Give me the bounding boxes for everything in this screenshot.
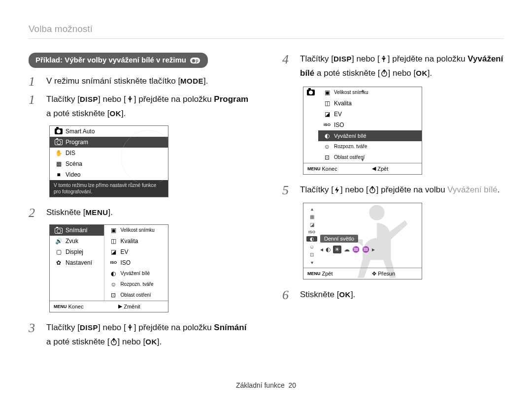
dis-icon: ✋ — [54, 150, 64, 156]
step-number: 4 — [282, 53, 300, 66]
list-item-selected: Snímání — [50, 225, 104, 236]
wb-icon: ◐ — [322, 132, 332, 139]
left-column: Příklad: Výběr volby vyvážení bílé v rež… — [29, 53, 250, 355]
icon-selected: ◐ — [306, 236, 317, 242]
face-icon: ☺ — [108, 281, 118, 288]
menu-icon: MENU — [307, 271, 321, 276]
label: Konec — [322, 166, 337, 172]
caret-up-icon: ▲ — [303, 88, 422, 93]
text: ]. — [108, 208, 113, 217]
lcd-shoot-menu: ▲ ▣Velikost snímku ◫Kvalita ◪EV ISOISO ◐… — [303, 87, 422, 175]
text: ] nebo [ — [118, 337, 146, 346]
caret-down-icon: ▼ — [303, 157, 422, 162]
disp-button-label: DISP — [80, 95, 98, 103]
text: ]. — [351, 290, 355, 299]
step-6: 6 Stiskněte [OK]. — [282, 288, 503, 302]
label: Rozpozn. tváře — [332, 144, 418, 149]
label: Vyvážení bílé — [118, 271, 164, 276]
list-item: ☺Rozpozn. tváře — [318, 141, 422, 152]
step-number: 1 — [29, 75, 46, 88]
text: ] nebo [ — [340, 185, 368, 194]
lcd-main-menu: Snímání 🔊Zvuk ▢Displej ✿Nastavení ▣Velik… — [49, 224, 168, 312]
text: a poté stiskněte [ — [46, 337, 110, 346]
svg-text:◉p: ◉p — [192, 58, 199, 63]
caret-up-icon: ▴ — [306, 206, 317, 212]
disp-button-label: DISP — [333, 55, 352, 63]
list-item: ◪EV — [104, 247, 168, 257]
bar-move: ✥Přesun — [368, 268, 422, 279]
list-item: ▢Displej — [50, 247, 104, 257]
ghost-silhouette — [119, 128, 168, 182]
step-number: 3 — [29, 321, 46, 335]
text: ]. — [203, 76, 208, 86]
settings-icon: ✿ — [54, 259, 64, 266]
label: Zpět — [322, 271, 333, 277]
macro-icon — [126, 94, 134, 107]
ok-button-label: OK — [416, 69, 428, 77]
text: Tlačítky [ — [46, 94, 80, 104]
icon: ⊡ — [306, 252, 317, 257]
list-item: ISOISO — [104, 257, 168, 268]
icon: ◪ — [306, 222, 317, 227]
list-item: ☺Rozpozn. tváře — [104, 279, 168, 290]
video-icon: ■ — [54, 171, 64, 178]
text: ] přejděte na volbu — [376, 185, 448, 194]
text: ] přejděte na položku — [388, 54, 468, 63]
label: Snímání — [64, 227, 100, 234]
label: ISO — [118, 259, 164, 266]
wb-icon: ◐ — [108, 270, 118, 277]
label: Velikost snímku — [118, 227, 164, 233]
quality-icon: ◫ — [322, 100, 332, 107]
text: Stiskněte [ — [300, 290, 339, 299]
list-item: 🔊Zvuk — [50, 236, 104, 247]
text: ] nebo [ — [98, 94, 126, 104]
wb-auto-icon: ◐ — [326, 246, 331, 253]
camera-icon — [54, 227, 64, 234]
breadcrumb: Volba možností — [29, 24, 503, 39]
page-footer: Základní funkce 20 — [0, 381, 532, 389]
text: ] nebo [ — [352, 54, 380, 63]
icon: ▦ — [306, 214, 317, 219]
ev-icon: ◪ — [322, 111, 332, 118]
label: EV — [118, 248, 164, 255]
wb-cloudy-icon: ☁ — [344, 246, 350, 253]
text: Tlačítky [ — [300, 54, 333, 63]
step-number: 5 — [282, 184, 300, 197]
text: ] přejděte na položku — [134, 94, 214, 104]
icon: ☺ — [306, 244, 317, 249]
label: Displej — [64, 248, 100, 255]
timer-icon — [380, 68, 388, 81]
iso-icon: ISO — [108, 260, 118, 265]
face-icon: ☺ — [322, 143, 332, 150]
label: Kvalita — [118, 238, 164, 245]
menu-button-label: MENU — [85, 208, 108, 216]
label: EV — [332, 111, 418, 118]
scene-icon: ▦ — [54, 160, 64, 167]
svg-point-2 — [121, 130, 168, 182]
caret-down-icon: ▾ — [306, 260, 317, 265]
footer-page-number: 20 — [289, 381, 297, 389]
menu-icon: MENU — [54, 304, 67, 309]
menu-icon: MENU — [307, 166, 321, 171]
footer-label: Základní funkce — [236, 381, 285, 389]
label: Změnit — [124, 304, 140, 309]
wb-daylight-icon: ☀ — [333, 246, 341, 253]
label: Konec — [68, 304, 84, 309]
timer-icon — [110, 337, 118, 350]
list-item: ◪EV — [318, 109, 422, 120]
text: ]. — [121, 109, 126, 118]
text: Tlačítky [ — [300, 185, 333, 194]
text: ]. — [157, 337, 162, 346]
text: ] přejděte na položku — [134, 323, 214, 332]
list-item: ◫Kvalita — [318, 98, 422, 109]
right-arrow-icon: ▶ — [118, 303, 122, 309]
text: Stiskněte [ — [46, 208, 85, 217]
smartauto-icon — [54, 128, 64, 135]
label: Zpět — [377, 166, 388, 172]
text: ]. — [428, 68, 432, 78]
list-item: ISOISO — [318, 120, 422, 130]
label: Oblast ostření — [118, 292, 164, 298]
step-number: 1 — [29, 93, 46, 106]
timer-icon — [368, 185, 376, 198]
ok-button-label: OK — [339, 290, 351, 299]
